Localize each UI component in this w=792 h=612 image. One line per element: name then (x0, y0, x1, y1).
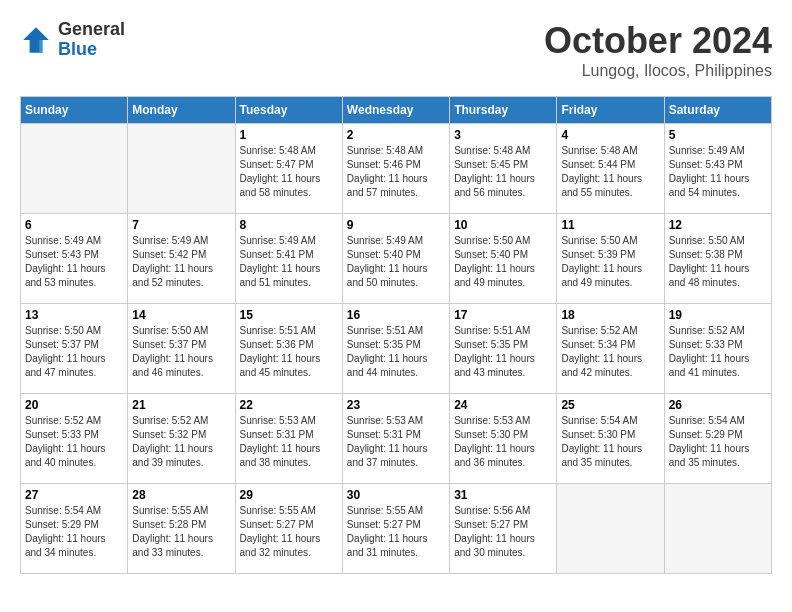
day-detail: Sunrise: 5:54 AMSunset: 5:29 PMDaylight:… (25, 504, 123, 560)
day-number: 4 (561, 128, 659, 142)
day-cell: 4Sunrise: 5:48 AMSunset: 5:44 PMDaylight… (557, 124, 664, 214)
day-cell: 1Sunrise: 5:48 AMSunset: 5:47 PMDaylight… (235, 124, 342, 214)
day-number: 21 (132, 398, 230, 412)
day-detail: Sunrise: 5:51 AMSunset: 5:36 PMDaylight:… (240, 324, 338, 380)
day-detail: Sunrise: 5:53 AMSunset: 5:31 PMDaylight:… (347, 414, 445, 470)
logo: General Blue (20, 20, 125, 60)
month-title: October 2024 (544, 20, 772, 62)
logo-text: General Blue (58, 20, 125, 60)
logo-icon (20, 24, 52, 56)
day-number: 31 (454, 488, 552, 502)
day-cell: 10Sunrise: 5:50 AMSunset: 5:40 PMDayligh… (450, 214, 557, 304)
weekday-header-monday: Monday (128, 97, 235, 124)
weekday-header-saturday: Saturday (664, 97, 771, 124)
day-number: 7 (132, 218, 230, 232)
day-cell: 28Sunrise: 5:55 AMSunset: 5:28 PMDayligh… (128, 484, 235, 574)
day-number: 20 (25, 398, 123, 412)
week-row-3: 13Sunrise: 5:50 AMSunset: 5:37 PMDayligh… (21, 304, 772, 394)
day-number: 16 (347, 308, 445, 322)
day-cell: 5Sunrise: 5:49 AMSunset: 5:43 PMDaylight… (664, 124, 771, 214)
weekday-header-wednesday: Wednesday (342, 97, 449, 124)
day-detail: Sunrise: 5:50 AMSunset: 5:39 PMDaylight:… (561, 234, 659, 290)
day-detail: Sunrise: 5:50 AMSunset: 5:37 PMDaylight:… (132, 324, 230, 380)
day-cell: 15Sunrise: 5:51 AMSunset: 5:36 PMDayligh… (235, 304, 342, 394)
day-number: 30 (347, 488, 445, 502)
day-cell: 27Sunrise: 5:54 AMSunset: 5:29 PMDayligh… (21, 484, 128, 574)
day-number: 18 (561, 308, 659, 322)
day-cell (664, 484, 771, 574)
day-detail: Sunrise: 5:54 AMSunset: 5:30 PMDaylight:… (561, 414, 659, 470)
day-detail: Sunrise: 5:49 AMSunset: 5:43 PMDaylight:… (25, 234, 123, 290)
calendar: SundayMondayTuesdayWednesdayThursdayFrid… (20, 96, 772, 574)
day-number: 5 (669, 128, 767, 142)
day-number: 3 (454, 128, 552, 142)
day-number: 6 (25, 218, 123, 232)
day-detail: Sunrise: 5:50 AMSunset: 5:38 PMDaylight:… (669, 234, 767, 290)
week-row-4: 20Sunrise: 5:52 AMSunset: 5:33 PMDayligh… (21, 394, 772, 484)
day-detail: Sunrise: 5:49 AMSunset: 5:43 PMDaylight:… (669, 144, 767, 200)
day-number: 23 (347, 398, 445, 412)
week-row-5: 27Sunrise: 5:54 AMSunset: 5:29 PMDayligh… (21, 484, 772, 574)
day-cell: 8Sunrise: 5:49 AMSunset: 5:41 PMDaylight… (235, 214, 342, 304)
day-detail: Sunrise: 5:50 AMSunset: 5:40 PMDaylight:… (454, 234, 552, 290)
day-detail: Sunrise: 5:48 AMSunset: 5:47 PMDaylight:… (240, 144, 338, 200)
day-cell: 21Sunrise: 5:52 AMSunset: 5:32 PMDayligh… (128, 394, 235, 484)
svg-marker-0 (23, 27, 49, 53)
weekday-header-thursday: Thursday (450, 97, 557, 124)
page-header: General Blue October 2024 Lungog, Ilocos… (20, 20, 772, 80)
day-number: 26 (669, 398, 767, 412)
day-cell: 24Sunrise: 5:53 AMSunset: 5:30 PMDayligh… (450, 394, 557, 484)
day-number: 27 (25, 488, 123, 502)
day-detail: Sunrise: 5:55 AMSunset: 5:27 PMDaylight:… (347, 504, 445, 560)
day-detail: Sunrise: 5:54 AMSunset: 5:29 PMDaylight:… (669, 414, 767, 470)
day-number: 13 (25, 308, 123, 322)
day-number: 14 (132, 308, 230, 322)
day-detail: Sunrise: 5:48 AMSunset: 5:45 PMDaylight:… (454, 144, 552, 200)
weekday-header-tuesday: Tuesday (235, 97, 342, 124)
day-cell: 11Sunrise: 5:50 AMSunset: 5:39 PMDayligh… (557, 214, 664, 304)
week-row-2: 6Sunrise: 5:49 AMSunset: 5:43 PMDaylight… (21, 214, 772, 304)
weekday-header-sunday: Sunday (21, 97, 128, 124)
day-detail: Sunrise: 5:56 AMSunset: 5:27 PMDaylight:… (454, 504, 552, 560)
weekday-header-friday: Friday (557, 97, 664, 124)
day-number: 19 (669, 308, 767, 322)
day-cell: 7Sunrise: 5:49 AMSunset: 5:42 PMDaylight… (128, 214, 235, 304)
day-cell: 2Sunrise: 5:48 AMSunset: 5:46 PMDaylight… (342, 124, 449, 214)
day-cell: 26Sunrise: 5:54 AMSunset: 5:29 PMDayligh… (664, 394, 771, 484)
day-cell: 20Sunrise: 5:52 AMSunset: 5:33 PMDayligh… (21, 394, 128, 484)
weekday-header-row: SundayMondayTuesdayWednesdayThursdayFrid… (21, 97, 772, 124)
day-detail: Sunrise: 5:48 AMSunset: 5:46 PMDaylight:… (347, 144, 445, 200)
day-number: 2 (347, 128, 445, 142)
day-number: 11 (561, 218, 659, 232)
day-number: 1 (240, 128, 338, 142)
day-detail: Sunrise: 5:50 AMSunset: 5:37 PMDaylight:… (25, 324, 123, 380)
week-row-1: 1Sunrise: 5:48 AMSunset: 5:47 PMDaylight… (21, 124, 772, 214)
day-detail: Sunrise: 5:55 AMSunset: 5:28 PMDaylight:… (132, 504, 230, 560)
day-number: 24 (454, 398, 552, 412)
day-cell (21, 124, 128, 214)
day-cell: 13Sunrise: 5:50 AMSunset: 5:37 PMDayligh… (21, 304, 128, 394)
day-number: 10 (454, 218, 552, 232)
day-cell: 12Sunrise: 5:50 AMSunset: 5:38 PMDayligh… (664, 214, 771, 304)
day-number: 8 (240, 218, 338, 232)
day-cell: 25Sunrise: 5:54 AMSunset: 5:30 PMDayligh… (557, 394, 664, 484)
day-cell: 29Sunrise: 5:55 AMSunset: 5:27 PMDayligh… (235, 484, 342, 574)
day-cell: 17Sunrise: 5:51 AMSunset: 5:35 PMDayligh… (450, 304, 557, 394)
title-block: October 2024 Lungog, Ilocos, Philippines (544, 20, 772, 80)
day-number: 12 (669, 218, 767, 232)
day-cell: 6Sunrise: 5:49 AMSunset: 5:43 PMDaylight… (21, 214, 128, 304)
day-detail: Sunrise: 5:52 AMSunset: 5:34 PMDaylight:… (561, 324, 659, 380)
day-detail: Sunrise: 5:51 AMSunset: 5:35 PMDaylight:… (454, 324, 552, 380)
day-number: 25 (561, 398, 659, 412)
day-cell: 9Sunrise: 5:49 AMSunset: 5:40 PMDaylight… (342, 214, 449, 304)
day-detail: Sunrise: 5:55 AMSunset: 5:27 PMDaylight:… (240, 504, 338, 560)
day-detail: Sunrise: 5:52 AMSunset: 5:33 PMDaylight:… (669, 324, 767, 380)
location: Lungog, Ilocos, Philippines (544, 62, 772, 80)
day-cell: 30Sunrise: 5:55 AMSunset: 5:27 PMDayligh… (342, 484, 449, 574)
day-cell: 18Sunrise: 5:52 AMSunset: 5:34 PMDayligh… (557, 304, 664, 394)
day-number: 15 (240, 308, 338, 322)
day-detail: Sunrise: 5:52 AMSunset: 5:32 PMDaylight:… (132, 414, 230, 470)
day-cell (128, 124, 235, 214)
day-cell: 14Sunrise: 5:50 AMSunset: 5:37 PMDayligh… (128, 304, 235, 394)
day-detail: Sunrise: 5:53 AMSunset: 5:31 PMDaylight:… (240, 414, 338, 470)
